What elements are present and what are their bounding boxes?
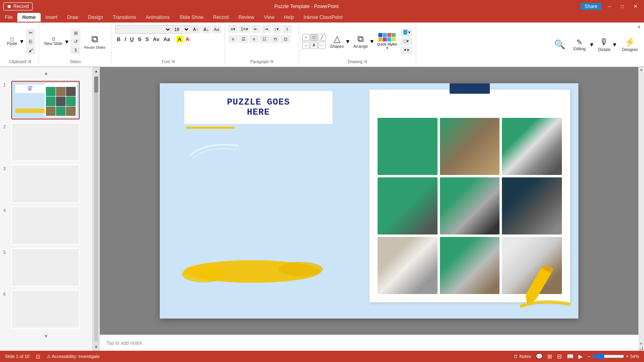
decrease-indent-button[interactable]: ⇤ [251, 25, 261, 33]
font-name-select[interactable] [115, 25, 171, 34]
paste-dropdown[interactable]: ▾ [19, 29, 24, 53]
zoom-out-icon[interactable]: – [588, 354, 590, 359]
ribbon-collapse-button[interactable]: ∧ [637, 24, 641, 30]
new-slide-button[interactable]: 🗒 New Slide [42, 29, 64, 53]
arrange-dropdown[interactable]: ▾ [370, 29, 375, 53]
shape-outline-button[interactable]: □▾ [400, 37, 413, 45]
char-spacing-button[interactable]: Av [151, 36, 161, 43]
menu-record[interactable]: Record [208, 13, 234, 22]
slide-nav-up[interactable]: ▲ [3, 70, 89, 76]
copy-button[interactable]: ⎘ [26, 37, 35, 46]
shape-arrow[interactable]: → [302, 42, 310, 49]
increase-indent-button[interactable]: ⇥ [262, 25, 271, 33]
layout-button[interactable]: ⊞ [71, 29, 80, 37]
shape-more[interactable]: ⋯ [318, 42, 326, 49]
puzzle-cell-2-2[interactable] [440, 177, 500, 234]
text-direction-button[interactable]: ⟲ [270, 35, 280, 43]
quick-styles-button[interactable]: Quick Styles ▾ [376, 29, 399, 53]
menu-draw[interactable]: Draw [62, 13, 83, 22]
menu-home[interactable]: Home [17, 13, 40, 22]
align-center-button[interactable]: ☰ [239, 35, 248, 43]
menu-animations[interactable]: Animations [141, 13, 174, 22]
designer-button[interactable]: ⚡ Designer [619, 24, 641, 65]
shape-rect[interactable]: □ [310, 34, 318, 41]
format-painter-button[interactable]: 🖌 [26, 46, 35, 54]
editing-button[interactable]: ✎ Editing [570, 33, 590, 57]
slide-scroll-down-arrow[interactable]: ▼ [94, 343, 98, 351]
comments-icon[interactable]: 💬 [536, 353, 543, 360]
paste-button[interactable]: 📋 Paste [5, 29, 19, 53]
shape-fill-button[interactable]: 🪣▾ [400, 29, 413, 37]
slide-scroll-up-arrow[interactable]: ▲ [94, 67, 98, 75]
puzzle-cell-3-1[interactable] [378, 237, 438, 294]
puzzle-cell-1-2[interactable] [440, 118, 500, 175]
new-slide-dropdown[interactable]: ▾ [64, 29, 69, 53]
right-scroll-down[interactable]: ▼ [639, 341, 643, 346]
dictate-button[interactable]: 🎙 Dictate [596, 33, 613, 57]
smart-art-button[interactable]: ⊡ [281, 35, 290, 43]
italic-button[interactable]: I [123, 36, 128, 43]
strikethrough-button[interactable]: S [136, 36, 143, 43]
slide-thumbnail-5[interactable] [11, 248, 80, 287]
puzzle-cell-2-1[interactable] [378, 177, 438, 234]
slide-thumb-2[interactable]: 2 [3, 123, 89, 161]
justify-button[interactable]: ☷ [260, 35, 269, 43]
dictate-dropdown[interactable]: ▾ [613, 33, 617, 57]
slide-thumb-3[interactable]: 3 [3, 165, 89, 203]
shape-effects-button[interactable]: ✦▾ [400, 46, 413, 54]
drawing-expand-icon[interactable]: ⧉ [364, 59, 367, 64]
record-button[interactable]: ⏺ Record [3, 2, 33, 10]
slide-thumbnail-1[interactable]: PUZZLEGOESHERE [11, 81, 80, 119]
reading-view-icon[interactable]: 📖 [567, 353, 574, 360]
menu-design[interactable]: Design [83, 13, 108, 22]
slide-thumbnail-6[interactable] [11, 290, 80, 329]
bold-button[interactable]: B [115, 36, 122, 43]
decrease-font-button[interactable]: A↓ [201, 25, 211, 33]
notes-toggle[interactable]: 🗒 Notes [514, 354, 531, 359]
slide-nav-down[interactable]: ▼ [3, 333, 89, 339]
reuse-slides-button[interactable]: ⧉ Reuse Slides [81, 29, 108, 53]
editing-dropdown[interactable]: ▾ [590, 33, 594, 57]
clear-format-button[interactable]: Aa [212, 25, 221, 33]
font-size-select[interactable]: 18 [172, 25, 190, 34]
slide-thumbnail-2[interactable] [11, 123, 80, 161]
font-expand-icon[interactable]: ⧉ [172, 59, 175, 64]
puzzle-cell-2-3[interactable] [502, 177, 562, 234]
notes-bar[interactable]: Tap to add notes [100, 335, 638, 351]
search-button[interactable]: 🔍 [551, 24, 568, 65]
menu-file[interactable]: File [0, 13, 17, 22]
increase-font-button[interactable]: A↑ [191, 25, 200, 33]
cut-button[interactable]: ✂ [26, 29, 35, 37]
puzzle-cell-1-1[interactable] [378, 118, 438, 175]
zoom-level[interactable]: 54% [630, 354, 639, 359]
menu-review[interactable]: Review [233, 13, 259, 22]
accessibility-label[interactable]: ⚠ Accessibility: Investigate [47, 354, 100, 359]
shape-oval[interactable]: ○ [302, 34, 310, 41]
section-button[interactable]: § [71, 46, 80, 54]
slide-canvas[interactable]: PUZZLE GOES HERE [160, 83, 578, 319]
shape-text[interactable]: A [310, 42, 318, 49]
normal-view-icon[interactable]: ⊞ [547, 353, 552, 360]
slide-title-box[interactable]: PUZZLE GOES HERE [184, 90, 333, 124]
resize-handle[interactable] [640, 347, 643, 350]
slide-sorter-icon[interactable]: ⊟ [557, 353, 562, 360]
slide-thumb-1[interactable]: 1 PUZZLEGOESHERE [3, 81, 89, 119]
slideshow-icon[interactable]: ▶ [578, 353, 583, 360]
menu-transitions[interactable]: Transitions [108, 13, 141, 22]
change-case-button[interactable]: Aa [162, 36, 172, 43]
puzzle-cell-3-2[interactable] [440, 237, 500, 294]
bullets-button[interactable]: ≡▾ [228, 25, 238, 33]
add-column-button[interactable]: ⫴ [283, 25, 292, 33]
paragraph-expand-icon[interactable]: ⧉ [270, 59, 273, 64]
shapes-button[interactable]: △ Shapes [328, 29, 346, 53]
slide-thumb-4[interactable]: 4 [3, 206, 89, 245]
maximize-button[interactable]: □ [618, 3, 627, 10]
underline-button[interactable]: U [128, 36, 135, 43]
share-button[interactable]: Share [580, 3, 601, 10]
minimize-button[interactable]: ─ [605, 3, 615, 10]
shape-line[interactable]: ╱ [318, 34, 326, 41]
menu-insert[interactable]: Insert [41, 13, 62, 22]
slide-thumbnail-4[interactable] [11, 206, 80, 245]
font-color-button[interactable]: A [184, 36, 191, 43]
slide-thumb-5[interactable]: 5 [3, 248, 89, 287]
